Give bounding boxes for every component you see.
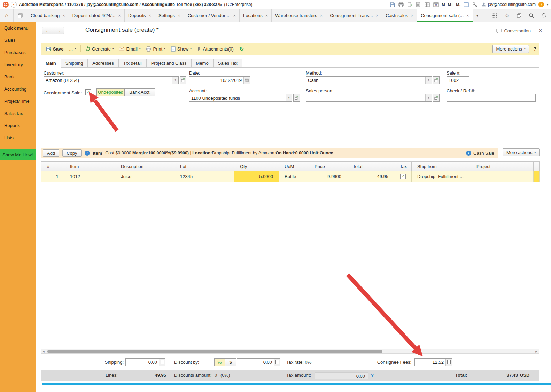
tab-close-icon[interactable]: × [411, 13, 414, 18]
method-dropdown-icon[interactable]: ▾ [425, 77, 432, 84]
table-row[interactable]: 1 1012 Juice 12345 5.0000 Bottle 9.9900 … [41, 171, 540, 182]
discount-calculator-button[interactable] [274, 359, 280, 366]
items-more-actions-button[interactable]: More actions▾ [503, 148, 540, 156]
memory-minus-button[interactable]: M- [456, 2, 460, 7]
split-window-icon[interactable] [463, 2, 469, 8]
sales-person-dropdown-icon[interactable]: ▾ [425, 94, 432, 101]
sales-person-combo[interactable]: ▾ [306, 94, 432, 102]
titlebar-chevron-icon[interactable]: ▾ [547, 3, 548, 6]
memory-plus-button[interactable]: M+ [448, 2, 453, 7]
sale-number-input[interactable] [447, 76, 469, 84]
consignee-fees-field[interactable] [414, 358, 452, 366]
sidebar-item-reports[interactable]: Reports [0, 120, 36, 132]
column-header-lot[interactable]: Lot [174, 162, 234, 171]
form-tab-sales-tax[interactable]: Sales Tax [214, 59, 242, 67]
tab-deposits[interactable]: Deposits× [125, 9, 155, 22]
main-menu-button[interactable]: ▾ [11, 2, 17, 8]
date-field[interactable] [189, 76, 250, 84]
favorites-star-icon[interactable]: ☆ [501, 9, 513, 22]
refresh-button[interactable]: ↻ [237, 45, 246, 53]
consignee-calculator-button[interactable] [445, 359, 452, 366]
column-header-num[interactable]: # [41, 162, 64, 171]
date-input[interactable] [189, 77, 243, 84]
calendar-icon[interactable]: 31 [433, 2, 439, 8]
sidebar-item-accounting[interactable]: Accounting [0, 83, 36, 95]
column-header-c[interactable]: C [534, 162, 540, 171]
open-windows-button[interactable] [14, 9, 27, 22]
form-tab-memo[interactable]: Memo [192, 59, 214, 67]
form-tab-main[interactable]: Main [41, 59, 61, 68]
tab-consignment-trans[interactable]: Consignment Trans...× [326, 9, 382, 22]
history-copy-icon[interactable] [513, 9, 525, 22]
form-tab-shipping[interactable]: Shipping [61, 59, 88, 67]
column-header-item[interactable]: Item [64, 162, 115, 171]
column-header-project[interactable]: Project [471, 162, 534, 171]
undeposited-toggle[interactable]: Undeposited [96, 88, 125, 96]
account-open-button[interactable] [293, 94, 300, 102]
save-button[interactable]: Save [44, 45, 66, 53]
tab-warehouse-transfers[interactable]: Warehouse transfers× [272, 9, 326, 22]
discount-field[interactable] [237, 358, 280, 366]
info-icon[interactable]: i [538, 2, 544, 7]
tab-locations[interactable]: Locations× [240, 9, 272, 22]
more-actions-button[interactable]: More actions▾ [492, 45, 529, 53]
form-tab-addresses[interactable]: Addresses [88, 59, 118, 67]
sidebar-item-sales-tax[interactable]: Sales tax [0, 107, 36, 120]
tab-close-icon[interactable]: × [178, 13, 180, 18]
scrollbar-thumb[interactable] [47, 350, 382, 353]
tab-close-icon[interactable]: × [466, 13, 469, 18]
sidebar-item-quick-menu[interactable]: Quick menu [0, 22, 36, 34]
check-ref-input[interactable] [447, 94, 536, 102]
print-button[interactable]: Print▾ [143, 45, 168, 53]
scroll-left-icon[interactable]: ◀ [41, 349, 46, 353]
bank-acct-toggle[interactable]: Bank Acct. [125, 88, 155, 96]
cell-item[interactable]: 1012 [64, 171, 115, 182]
save-more-button[interactable]: ...▾ [67, 45, 78, 53]
cell-tax[interactable]: ✓ [394, 171, 412, 182]
customer-open-button[interactable] [180, 76, 186, 84]
print-icon[interactable] [398, 2, 404, 8]
scroll-right-icon[interactable]: ▶ [534, 349, 539, 353]
tab-close-icon[interactable]: × [148, 13, 151, 18]
tax-checkbox[interactable]: ✓ [400, 174, 406, 179]
discount-dollar-button[interactable]: $ [225, 358, 236, 366]
tab-deposit-dated[interactable]: Deposit dated 4/24/...× [69, 9, 125, 22]
account-combo[interactable]: ▾ [189, 94, 292, 102]
memory-button[interactable]: M [442, 2, 445, 7]
column-header-price[interactable]: Price [309, 162, 347, 171]
export-icon[interactable] [407, 2, 413, 8]
current-user[interactable]: jay@accountingsuite.com [481, 2, 536, 8]
consignee-fees-input[interactable] [415, 359, 445, 366]
cell-lot[interactable]: 12345 [174, 171, 234, 182]
search-icon[interactable] [525, 9, 537, 22]
consignment-sale-checkbox[interactable]: ✓ [85, 89, 91, 95]
generate-button[interactable]: Generate▾ [83, 45, 116, 53]
email-button[interactable]: Email▾ [117, 45, 143, 53]
sidebar-item-project-time[interactable]: Project/Time [0, 95, 36, 107]
tab-close-icon[interactable]: × [265, 13, 268, 18]
cell-description[interactable]: Juice [115, 171, 174, 182]
apps-grid-icon[interactable] [489, 9, 501, 22]
back-button[interactable]: ← [42, 27, 53, 34]
column-header-qty[interactable]: Qty [234, 162, 279, 171]
shipping-input[interactable] [126, 359, 159, 366]
sidebar-item-lists[interactable]: Lists [0, 132, 36, 144]
tab-close-icon[interactable]: × [118, 13, 121, 18]
sidebar-item-inventory[interactable]: Inventory [0, 59, 36, 71]
tab-close-icon[interactable]: × [376, 13, 379, 18]
date-calendar-button[interactable] [243, 77, 250, 84]
column-header-description[interactable]: Description [115, 162, 174, 171]
sidebar-item-purchases[interactable]: Purchases [0, 46, 36, 59]
preview-icon[interactable] [416, 2, 421, 8]
save-icon[interactable] [389, 2, 395, 8]
cell-c[interactable] [534, 171, 540, 182]
service-key-icon[interactable] [472, 2, 478, 8]
notifications-bell-icon[interactable] [537, 9, 550, 22]
show-button[interactable]: Show▾ [169, 45, 194, 53]
tab-customer-vendor[interactable]: Customer / Vendor ...× [184, 9, 240, 22]
discount-input[interactable] [237, 359, 274, 366]
tab-close-icon[interactable]: × [233, 13, 236, 18]
customer-input[interactable] [44, 77, 172, 84]
tax-help-button[interactable]: ? [371, 372, 374, 378]
tab-cloud-banking[interactable]: Cloud banking× [27, 9, 69, 22]
